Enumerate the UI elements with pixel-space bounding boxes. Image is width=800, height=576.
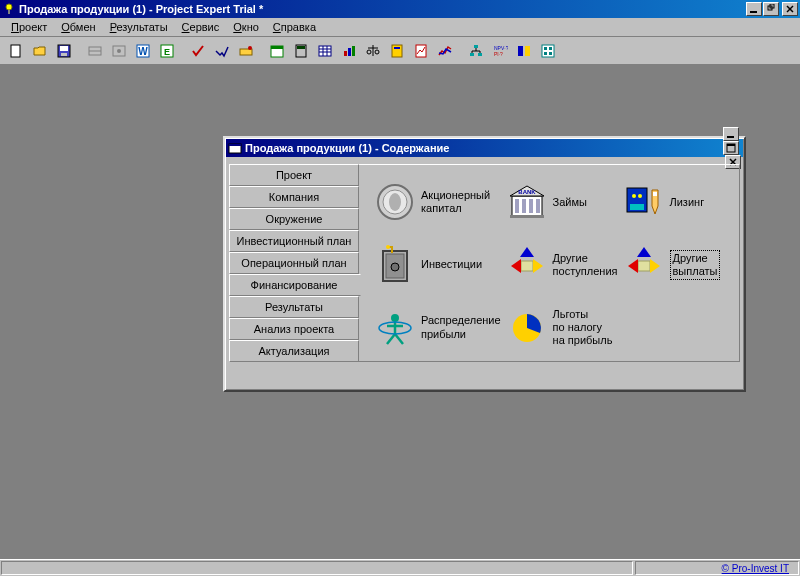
inner-minimize-button[interactable]	[723, 127, 739, 141]
menu-results[interactable]: Результаты	[103, 19, 175, 35]
svg-rect-37	[392, 45, 402, 57]
status-cell-main	[1, 561, 633, 575]
check-icon[interactable]	[186, 40, 209, 62]
svg-point-35	[367, 50, 371, 54]
svg-marker-87	[637, 247, 651, 257]
svg-text:W: W	[138, 46, 148, 57]
side-tab-0[interactable]: Проект	[229, 164, 359, 186]
svg-rect-24	[297, 46, 305, 49]
inner-window-icon	[228, 141, 242, 155]
svg-marker-85	[511, 259, 521, 273]
svg-rect-84	[521, 261, 533, 271]
svg-marker-89	[628, 259, 638, 273]
module-label: Займы	[553, 196, 587, 209]
safe-icon	[375, 245, 415, 285]
inner-title: Продажа продукции (1) - Содержание	[245, 142, 723, 154]
pie-icon	[507, 308, 547, 348]
inner-maximize-button[interactable]	[723, 141, 739, 155]
save-icon[interactable]	[52, 40, 75, 62]
summary-icon[interactable]	[536, 40, 559, 62]
module-other-income[interactable]: Другиепоступления	[507, 238, 618, 293]
module-share-capital[interactable]: Акционерныйкапитал	[375, 175, 501, 230]
module-other-payments[interactable]: Другиевыплаты	[624, 238, 732, 293]
svg-point-77	[638, 194, 642, 198]
svg-text:E: E	[163, 47, 169, 57]
svg-rect-70	[522, 199, 526, 213]
module-investments[interactable]: Инвестиции	[375, 238, 501, 293]
open-icon[interactable]	[28, 40, 51, 62]
excel-icon[interactable]: E	[155, 40, 178, 62]
trace-icon[interactable]	[234, 40, 257, 62]
main-title: Продажа продукции (1) - Project Expert T…	[19, 3, 746, 15]
arrows2-icon	[624, 245, 664, 285]
menu-help[interactable]: Справка	[266, 19, 323, 35]
svg-rect-73	[510, 215, 544, 218]
side-tab-1[interactable]: Компания	[229, 186, 359, 208]
balance-icon[interactable]	[361, 40, 384, 62]
menu-service[interactable]: Сервис	[175, 19, 227, 35]
menu-exchange[interactable]: Обмен	[54, 19, 102, 35]
table-icon[interactable]	[313, 40, 336, 62]
svg-rect-32	[352, 46, 355, 56]
side-tab-5[interactable]: Финансирование	[229, 274, 361, 296]
module-label: Лизинг	[670, 196, 705, 209]
svg-rect-22	[271, 46, 283, 49]
svg-point-82	[386, 245, 390, 249]
module-tax-benefits[interactable]: Льготыпо налогуна прибыль	[507, 300, 618, 355]
maximize-button[interactable]	[763, 2, 779, 16]
report1-icon[interactable]	[385, 40, 408, 62]
svg-rect-57	[229, 144, 241, 146]
report2-icon[interactable]	[409, 40, 432, 62]
svg-marker-83	[520, 247, 534, 257]
vendor-link[interactable]: © Pro-Invest IT	[722, 563, 795, 574]
word-icon[interactable]: W	[131, 40, 154, 62]
side-tab-7[interactable]: Анализ проекта	[229, 318, 359, 340]
calendar-icon[interactable]	[265, 40, 288, 62]
contents-window: Продажа продукции (1) - Содержание Проек…	[223, 136, 746, 392]
module-label: Распределениеприбыли	[421, 314, 501, 340]
svg-point-65	[389, 193, 401, 211]
side-tab-3[interactable]: Инвестиционный план	[229, 230, 359, 252]
view2-icon[interactable]	[107, 40, 130, 62]
close-button[interactable]	[782, 2, 798, 16]
graph-icon[interactable]	[433, 40, 456, 62]
side-tab-4[interactable]: Операционный план	[229, 252, 359, 274]
svg-rect-52	[544, 47, 547, 50]
content-panel: АкционерныйкапиталBANKЗаймыЛизингИнвести…	[359, 164, 740, 362]
svg-rect-78	[653, 192, 657, 196]
side-tab-6[interactable]: Результаты	[229, 296, 359, 318]
svg-rect-42	[478, 53, 482, 56]
module-loans[interactable]: BANKЗаймы	[507, 175, 618, 230]
svg-rect-25	[319, 46, 331, 56]
bank-icon: BANK	[507, 182, 547, 222]
menu-project[interactable]: Проект	[4, 19, 54, 35]
svg-point-81	[391, 263, 399, 271]
side-tab-8[interactable]: Актуализация	[229, 340, 359, 362]
statusbar: © Pro-Invest IT	[0, 559, 800, 576]
module-label: Акционерныйкапитал	[421, 189, 490, 215]
side-tab-2[interactable]: Окружение	[229, 208, 359, 230]
chart-icon[interactable]	[337, 40, 360, 62]
svg-rect-72	[536, 199, 540, 213]
svg-rect-75	[630, 204, 644, 210]
view1-icon[interactable]	[83, 40, 106, 62]
svg-rect-51	[542, 45, 554, 57]
org-icon[interactable]	[464, 40, 487, 62]
calc-icon[interactable]	[289, 40, 312, 62]
module-label: Другиевыплаты	[670, 250, 721, 280]
minimize-button[interactable]	[746, 2, 762, 16]
leasing-icon	[624, 182, 664, 222]
module-leasing[interactable]: Лизинг	[624, 175, 732, 230]
svg-rect-2	[750, 11, 757, 13]
pass-icon[interactable]	[210, 40, 233, 62]
new-icon[interactable]	[4, 40, 27, 62]
svg-point-14	[117, 49, 121, 53]
inner-titlebar: Продажа продукции (1) - Содержание	[226, 139, 743, 157]
npv-icon[interactable]: NPV·?PI·?	[488, 40, 511, 62]
svg-rect-7	[11, 45, 20, 57]
module-profit-dist[interactable]: Распределениеприбыли	[375, 300, 501, 355]
menu-window[interactable]: Окно	[226, 19, 266, 35]
cash-icon[interactable]	[512, 40, 535, 62]
toolbar: W E NPV·?PI·?	[0, 37, 800, 65]
svg-point-91	[391, 314, 399, 322]
